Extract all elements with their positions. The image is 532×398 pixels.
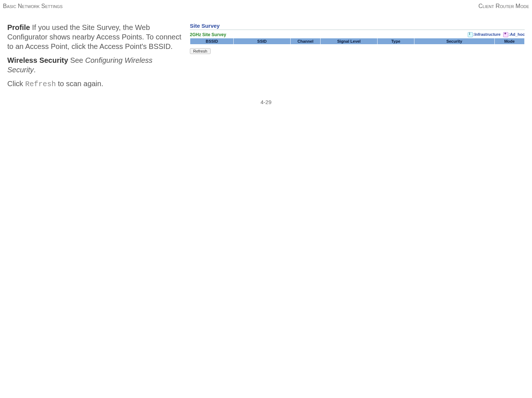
header-right: Client Router Mode — [478, 3, 529, 9]
refresh-code: Refresh — [25, 80, 56, 88]
adhoc-icon — [503, 32, 508, 37]
legend-infra: :Infrastructure — [473, 32, 501, 37]
survey-legend: :Infrastructure :Ad_hoc — [466, 32, 525, 37]
refresh-pre: Click — [7, 80, 25, 88]
col-type: Type — [377, 38, 414, 45]
wireless-security-term: Wireless Security — [7, 56, 68, 64]
survey-table: BSSID SSID Channel Signal Level Type Sec… — [190, 38, 525, 45]
col-bssid: BSSID — [190, 38, 234, 45]
refresh-post: to scan again. — [56, 80, 103, 88]
instruction-text: Profile If you used the Site Survey, the… — [7, 23, 190, 93]
survey-header-row: BSSID SSID Channel Signal Level Type Sec… — [190, 38, 525, 45]
col-security: Security — [414, 38, 494, 45]
profile-term: Profile — [7, 23, 30, 31]
site-survey-panel: Site Survey 2GHz Site Survey :Infrastruc… — [190, 23, 525, 54]
col-mode: Mode — [494, 38, 524, 45]
legend-adhoc: :Ad_hoc — [509, 32, 525, 37]
survey-title: Site Survey — [190, 23, 525, 30]
col-channel: Channel — [290, 38, 320, 45]
infrastructure-icon — [468, 32, 473, 37]
profile-text: If you used the Site Survey, the Web Con… — [7, 23, 181, 50]
refresh-button[interactable]: Refresh — [190, 48, 211, 54]
col-ssid: SSID — [234, 38, 291, 45]
wsec-period: . — [34, 66, 36, 74]
wsec-see: See — [68, 56, 85, 64]
header-left: Basic Network Settings — [3, 3, 62, 9]
col-signal: Signal Level — [321, 38, 378, 45]
survey-subtitle: 2GHz Site Survey — [190, 32, 226, 37]
page-number: 4-29 — [0, 99, 532, 105]
